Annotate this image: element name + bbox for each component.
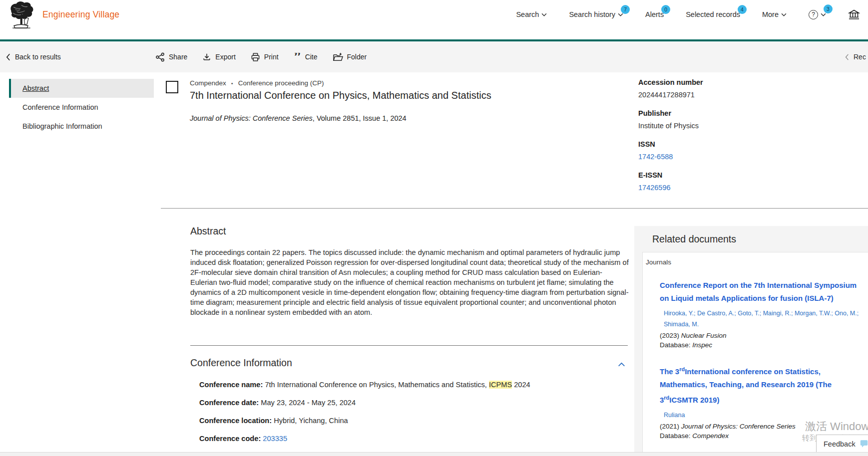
cite-button[interactable]: ” Cite <box>294 53 318 61</box>
selected-records-count-badge: 4 <box>738 5 747 14</box>
conference-date-field: Conference date: May 23, 2024 - May 25, … <box>199 399 629 407</box>
print-icon <box>251 52 260 62</box>
record-select-checkbox[interactable] <box>166 81 178 93</box>
brand-title[interactable]: Engineering Village <box>42 0 119 29</box>
related-tab-journals[interactable]: Journals <box>646 258 868 266</box>
back-to-results-link[interactable]: Back to results <box>6 41 61 72</box>
conference-code-field[interactable]: Conference code: 203335 <box>199 435 629 443</box>
cite-quote-icon: ” <box>294 53 301 61</box>
share-button[interactable]: Share <box>155 52 187 62</box>
record-section-nav: Abstract Conference Information Bibliogr… <box>9 79 154 136</box>
share-icon <box>155 52 165 62</box>
sidebar-item-label: Bibliographic Information <box>22 122 102 130</box>
meta-label: Publisher <box>638 109 788 117</box>
section-divider <box>190 345 628 346</box>
back-to-results-label: Back to results <box>15 53 61 61</box>
folder-add-icon <box>333 52 343 62</box>
nav-institution[interactable] <box>848 9 860 20</box>
top-nav: Search Search history 7 Alerts 0 Selecte… <box>516 0 860 29</box>
chevron-down-icon <box>541 13 547 16</box>
windows-activation-watermark: 激活 Windows <box>805 419 868 434</box>
record-title: 7th International Conference on Physics,… <box>190 90 629 101</box>
print-button[interactable]: Print <box>251 52 279 62</box>
conference-information-heading: Conference Information <box>190 357 292 369</box>
search-history-count-badge: 7 <box>621 5 630 14</box>
breadcrumb-separator: • <box>231 80 233 86</box>
meta-eissn: E-ISSN 17426596 <box>638 171 788 192</box>
app-header: Engineering Village Search Search histor… <box>0 0 868 39</box>
record-toolbar: Back to results Share Export Print ” Cit… <box>0 41 868 72</box>
record-pagination[interactable]: Rec <box>845 41 866 72</box>
meta-value: Institute of Physics <box>638 122 788 130</box>
meta-issn: ISSN 1742-6588 <box>638 140 788 161</box>
related-document-item: Conference Report on the 7th Internation… <box>646 279 868 350</box>
nav-search-history[interactable]: Search history 7 <box>569 10 623 18</box>
meta-label: Accession number <box>638 78 788 86</box>
meta-label: ISSN <box>638 140 788 148</box>
elsevier-tree-logo <box>7 1 35 30</box>
nav-more-label: More <box>762 10 779 18</box>
nav-search-label: Search <box>516 10 539 18</box>
export-button[interactable]: Export <box>202 52 235 61</box>
record-metadata: Accession number 20244417288971 Publishe… <box>638 78 788 202</box>
alerts-count-badge: 0 <box>661 5 670 14</box>
page-bottom-strip <box>0 452 868 456</box>
record-actions: Share Export Print ” Cite Folder <box>155 41 367 72</box>
meta-value: 20244417288971 <box>638 91 788 99</box>
nav-help[interactable]: ? 3 <box>809 10 826 19</box>
export-label: Export <box>215 53 235 61</box>
document-type-label: Conference proceeding (CP) <box>238 79 324 87</box>
related-document-database: Database: Inspec <box>660 340 868 350</box>
help-count-badge: 3 <box>824 4 833 13</box>
sidebar-item-abstract[interactable]: Abstract <box>9 79 154 98</box>
database-label: Compendex <box>190 79 226 87</box>
related-document-title-link[interactable]: The 3rdInternational conference on Stati… <box>660 363 862 407</box>
related-documents-heading: Related documents <box>652 233 736 245</box>
record-breadcrumb: Compendex • Conference proceeding (CP) <box>190 79 324 87</box>
chevron-left-icon <box>6 53 10 61</box>
print-label: Print <box>264 53 279 61</box>
nav-more[interactable]: More <box>762 10 787 18</box>
chevron-left-icon <box>845 54 849 60</box>
collapse-section-chevron-up-icon[interactable] <box>618 362 625 367</box>
related-document-authors[interactable]: Hirooka, Y.; De Castro, A.; Goto, T.; Ma… <box>664 308 868 330</box>
chevron-down-icon <box>821 13 826 16</box>
related-document-source: (2023) Nuclear Fusion <box>660 331 868 340</box>
nav-search-history-label: Search history <box>569 10 615 18</box>
related-document-title-link[interactable]: Conference Report on the 7th Internation… <box>660 279 862 305</box>
nav-alerts-label: Alerts <box>645 10 664 18</box>
institution-bank-icon <box>848 9 860 20</box>
meta-accession-number: Accession number 20244417288971 <box>638 78 788 99</box>
export-download-icon <box>202 52 211 61</box>
meta-publisher: Publisher Institute of Physics <box>638 109 788 130</box>
chat-bubble-icon <box>860 440 868 448</box>
abstract-heading: Abstract <box>190 226 226 237</box>
sidebar-item-bibliographic-information[interactable]: Bibliographic Information <box>9 117 154 136</box>
record-pagination-label: Rec <box>854 53 866 61</box>
chevron-down-icon <box>781 13 787 16</box>
sidebar-item-label: Abstract <box>22 84 49 92</box>
help-icon: ? <box>809 10 818 19</box>
feedback-button[interactable]: Feedback <box>816 435 868 453</box>
record-source-line: Journal of Physics: Conference Series, V… <box>190 114 407 122</box>
eissn-link[interactable]: 17426596 <box>638 184 788 192</box>
nav-search[interactable]: Search <box>516 10 547 18</box>
nav-selected-records-label: Selected records <box>686 10 740 18</box>
section-divider <box>161 208 868 209</box>
feedback-label: Feedback <box>824 440 856 448</box>
meta-label: E-ISSN <box>638 171 788 179</box>
cite-label: Cite <box>305 53 318 61</box>
abstract-text: The proceedings contain 22 papers. The t… <box>190 247 629 317</box>
folder-label: Folder <box>347 53 367 61</box>
folder-button[interactable]: Folder <box>333 52 367 62</box>
conference-location-field: Conference location: Hybrid, Yichang, Ch… <box>199 417 629 425</box>
sidebar-item-conference-information[interactable]: Conference Information <box>9 98 154 117</box>
nav-selected-records[interactable]: Selected records 4 <box>686 10 740 18</box>
share-label: Share <box>169 53 187 61</box>
sidebar-item-label: Conference Information <box>22 103 98 111</box>
conference-information-fields: Conference name: 7th International Confe… <box>199 381 629 453</box>
issn-link[interactable]: 1742-6588 <box>638 153 788 161</box>
conference-name-field: Conference name: 7th International Confe… <box>199 381 629 389</box>
nav-alerts[interactable]: Alerts 0 <box>645 10 664 18</box>
